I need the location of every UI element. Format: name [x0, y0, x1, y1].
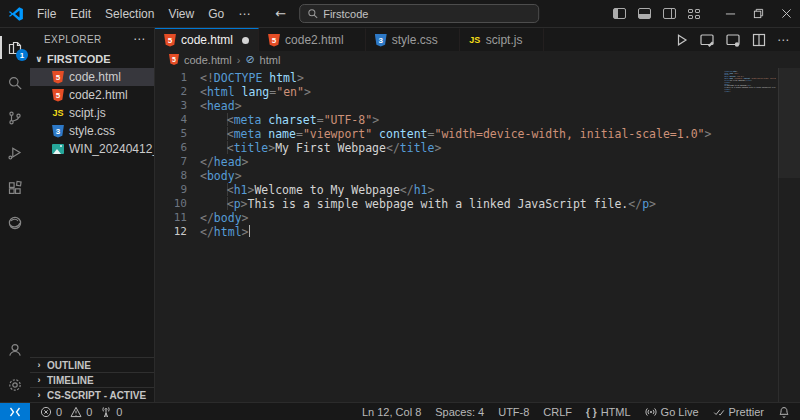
section-cs-script-label: CS-SCRIPT - ACTIVE — [47, 390, 146, 401]
code-line[interactable]: 9<h1>Welcome to My Webpage</h1> — [155, 183, 800, 197]
code-line[interactable]: 5<meta name="viewport" content="width=de… — [155, 127, 800, 141]
indent-guide — [200, 197, 228, 210]
code-text: <title>My First Webpage</title> — [200, 141, 441, 155]
explorer-icon[interactable]: 1 — [0, 30, 30, 65]
code-line[interactable]: <p>This is a simple webpage with a linke… — [724, 87, 776, 89]
bell-icon[interactable] — [774, 403, 794, 420]
code-line[interactable]: 7</head> — [155, 155, 800, 169]
section-timeline[interactable]: › TIMELINE — [30, 372, 154, 387]
tab-scipt-js[interactable]: JSscipt.js — [460, 28, 545, 51]
editor-actions: ⋯ — [663, 28, 800, 51]
status-label: Ln 12, Col 8 — [362, 406, 421, 418]
title-bar: FileEditSelectionViewGo⋯ ← → Firstcode — [0, 0, 800, 28]
file-win-20240412-0---[interactable]: WIN_20240412_0... — [30, 140, 154, 158]
split-editor-icon[interactable] — [751, 32, 767, 48]
folder-name: FIRSTCODE — [47, 53, 111, 65]
error-icon — [40, 406, 52, 418]
code-line[interactable]: 1<!DOCTYPE html> — [155, 71, 800, 85]
error-icon[interactable]: 0 — [36, 403, 66, 420]
line-number: 10 — [155, 197, 187, 211]
code-line[interactable]: 10<p>This is a simple webpage with a lin… — [155, 197, 800, 211]
explorer-sidebar: EXPLORER ⋯ ∨ FIRSTCODE 5code.html5code2.… — [30, 28, 155, 402]
remote-indicator-icon[interactable] — [0, 403, 30, 420]
status-spaces--4[interactable]: Spaces: 4 — [431, 403, 488, 420]
menu-view[interactable]: View — [161, 4, 201, 24]
code-line[interactable]: 3<head> — [155, 99, 800, 113]
account-icon[interactable] — [0, 332, 30, 367]
code-line[interactable]: </html> — [724, 90, 776, 92]
more-actions-icon[interactable]: ⋯ — [777, 33, 790, 47]
warning-icon — [70, 406, 82, 418]
source-control-icon[interactable] — [0, 100, 30, 135]
warning-icon[interactable]: 0 — [66, 403, 96, 420]
minimap[interactable]: <!DOCTYPE html><html lang="en"><head><me… — [724, 70, 776, 130]
code-text: <meta charset="UTF-8"> — [200, 113, 379, 127]
customize-layout-icon[interactable] — [688, 9, 700, 19]
code-line[interactable]: 6<title>My First Webpage</title> — [155, 141, 800, 155]
run-debug-icon[interactable] — [0, 135, 30, 170]
status-ln-12--col-8[interactable]: Ln 12, Col 8 — [358, 403, 425, 420]
double-check-icon — [713, 406, 725, 418]
layout-sidebar-left-icon[interactable] — [613, 8, 626, 19]
run-icon[interactable] — [673, 32, 689, 48]
extensions-icon[interactable] — [0, 170, 30, 205]
settings-icon[interactable] — [0, 367, 30, 402]
status-go-live[interactable]: Go Live — [641, 403, 703, 420]
breadcrumb[interactable]: 5 code.html › ⊘ html — [155, 51, 800, 68]
folder-firstcode[interactable]: ∨ FIRSTCODE — [30, 50, 154, 68]
file-style-css[interactable]: 3style.css — [30, 122, 154, 140]
line-number: 8 — [155, 169, 187, 183]
broadcast-icon — [645, 406, 657, 418]
menu-file[interactable]: File — [30, 4, 63, 24]
status-html[interactable]: { }HTML — [582, 403, 635, 420]
code-editor[interactable]: 1<!DOCTYPE html>2<html lang="en">3<head>… — [155, 68, 800, 402]
editor-scrollbar[interactable] — [778, 68, 800, 402]
open-preview-icon[interactable] — [699, 32, 715, 48]
code-line[interactable]: 11</body> — [155, 211, 800, 225]
command-center-search[interactable]: Firstcode — [299, 4, 539, 23]
file-type-html-icon: 5 — [52, 89, 64, 102]
layout-sidebar-right-icon[interactable] — [663, 8, 676, 19]
menu-bar: FileEditSelectionViewGo⋯ — [30, 4, 257, 24]
indent-guide — [200, 141, 228, 154]
code-text: </html> — [200, 225, 250, 239]
file-code-html[interactable]: 5code.html — [30, 68, 154, 86]
back-icon[interactable]: ← — [275, 6, 286, 21]
explorer-more-actions-icon[interactable]: ⋯ — [133, 32, 146, 46]
section-outline[interactable]: › OUTLINE — [30, 357, 154, 372]
code-text: <p>This is a simple webpage with a linke… — [200, 197, 656, 211]
tab-code-html[interactable]: 5code.html — [155, 28, 259, 51]
status-utf-8[interactable]: UTF-8 — [494, 403, 533, 420]
file-list: 5code.html5code2.htmlJSscipt.js3style.cs… — [30, 68, 154, 158]
status-prettier[interactable]: Prettier — [709, 403, 768, 420]
menu-selection[interactable]: Selection — [98, 4, 161, 24]
file-name: code.html — [69, 70, 121, 84]
search-icon[interactable] — [0, 65, 30, 100]
html-file-icon: 5 — [169, 54, 179, 65]
tab-code2-html[interactable]: 5code2.html — [259, 28, 366, 51]
menu-more[interactable]: ⋯ — [231, 4, 257, 24]
edge-browser-icon[interactable] — [0, 205, 30, 240]
chevron-right-icon: › — [34, 390, 44, 400]
line-number: 4 — [155, 113, 187, 127]
status-crlf[interactable]: CRLF — [539, 403, 576, 420]
minimize-icon[interactable] — [716, 0, 744, 28]
indent-guide — [200, 183, 228, 196]
layout-panel-icon[interactable] — [638, 8, 651, 19]
close-icon[interactable] — [772, 0, 800, 28]
radio-tower-icon[interactable]: 0 — [96, 403, 126, 420]
code-line[interactable]: 12</html> — [155, 225, 800, 239]
file-scipt-js[interactable]: JSscipt.js — [30, 104, 154, 122]
activity-badge: 1 — [16, 49, 28, 61]
code-line[interactable]: 8<body> — [155, 169, 800, 183]
code-line[interactable]: 2<html lang="en"> — [155, 85, 800, 99]
tab-style-css[interactable]: 3style.css — [366, 28, 460, 51]
restore-icon[interactable] — [744, 0, 772, 28]
code-line[interactable]: 4<meta charset="UTF-8"> — [155, 113, 800, 127]
menu-go[interactable]: Go — [201, 4, 231, 24]
file-type-css-icon: 3 — [52, 125, 64, 138]
file-code2-html[interactable]: 5code2.html — [30, 86, 154, 104]
open-devtools-icon[interactable] — [725, 32, 741, 48]
menu-edit[interactable]: Edit — [63, 4, 98, 24]
section-cs-script[interactable]: › CS-SCRIPT - ACTIVE — [30, 387, 154, 402]
